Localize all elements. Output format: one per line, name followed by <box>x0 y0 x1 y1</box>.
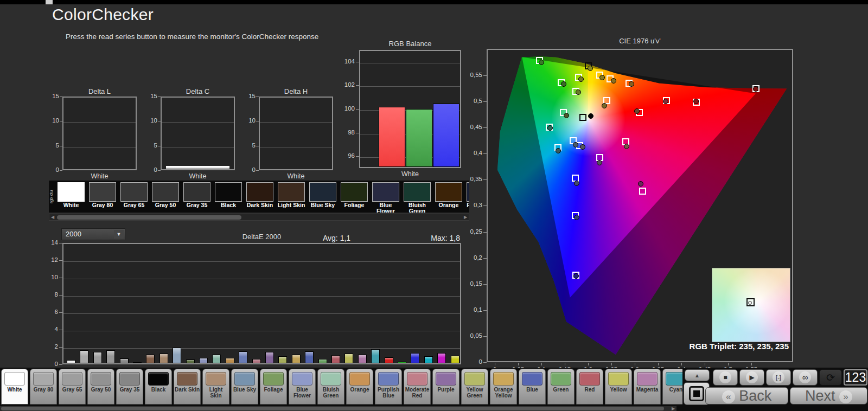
patch-swatch[interactable] <box>215 182 242 202</box>
pattern-tab-label: Magenta <box>634 387 660 393</box>
colorchecker-page: ColorChecker Press the read series butto… <box>0 0 868 411</box>
deltae-bar <box>199 358 208 363</box>
tick-mark <box>256 170 259 171</box>
patch-swatch[interactable] <box>278 182 305 202</box>
deltae-bar <box>226 358 234 363</box>
y-tick-label: 2 <box>40 343 58 350</box>
next-button[interactable]: Next » <box>790 387 867 404</box>
pattern-tab-swatch <box>464 372 485 386</box>
mini-chart-plot <box>161 97 235 170</box>
mini-chart-title: Delta L <box>57 87 142 95</box>
tick-mark <box>751 363 752 365</box>
patch-swatch[interactable] <box>152 182 179 202</box>
page-title: ColorChecker <box>52 5 154 24</box>
scroll-left-icon[interactable]: ◀ <box>49 214 56 221</box>
pattern-tab[interactable]: Yellow Green <box>461 369 488 404</box>
pattern-tab[interactable]: Orange Yellow <box>490 369 517 404</box>
pattern-tab[interactable]: Blue <box>519 369 546 404</box>
pattern-tab[interactable]: Light Skin <box>202 369 229 404</box>
pattern-tab[interactable]: Gray 35 <box>116 369 143 404</box>
patch-strip-scrollbar[interactable]: ◀▶ <box>49 214 469 221</box>
pattern-tab[interactable]: Red <box>576 369 603 404</box>
pattern-tab-swatch <box>62 372 82 386</box>
y-tick-label: 8 <box>40 291 58 298</box>
patch-swatch[interactable] <box>341 182 368 202</box>
pattern-tab[interactable]: Foliage <box>260 369 287 404</box>
pattern-tab[interactable]: Gray 65 <box>59 369 86 404</box>
tick-mark <box>60 170 62 171</box>
tick-mark <box>59 243 62 243</box>
pattern-tab[interactable]: Purplish Blue <box>375 369 402 404</box>
patch-swatch[interactable] <box>467 182 469 202</box>
pattern-tab-swatch <box>177 372 197 386</box>
patch-swatch-label: Gray 65 <box>119 202 149 208</box>
y-tick-label: 0 <box>237 166 256 173</box>
y-tick-label: 5 <box>139 142 157 149</box>
tick-mark <box>256 97 259 97</box>
y-tick-label: 96 <box>336 152 355 159</box>
deltae-bar <box>292 355 301 363</box>
pattern-tab[interactable]: Blue Sky <box>231 369 258 404</box>
stop-button[interactable]: ■ <box>713 369 738 386</box>
y-tick-label: 0,45 <box>461 124 482 130</box>
patch-swatch[interactable] <box>309 182 336 202</box>
patch-swatch[interactable] <box>89 182 116 202</box>
y-tick-label: 12 <box>40 256 58 263</box>
deltae-bar <box>159 354 168 363</box>
patch-swatch[interactable] <box>183 182 210 202</box>
pattern-tabs-scrollbar[interactable]: ▶ <box>0 406 676 411</box>
patch-swatch[interactable] <box>246 182 273 202</box>
patch-swatch[interactable] <box>372 182 399 202</box>
patch-swatch-label: Gray 50 <box>150 202 181 208</box>
pattern-tab[interactable]: Green <box>547 369 575 404</box>
tick-mark <box>483 362 487 363</box>
patch-swatch-label: Foliage <box>339 202 369 208</box>
cie-title: CIE 1976 u'v' <box>487 37 793 45</box>
scroll-right-icon[interactable]: ▶ <box>670 406 676 411</box>
pattern-tab[interactable]: Cyan <box>662 369 682 404</box>
pattern-tab[interactable]: Yellow <box>605 369 632 404</box>
pattern-tab[interactable]: Bluish Green <box>317 369 344 404</box>
pattern-tab-label: Blue Sky <box>232 387 258 393</box>
step-measure-icon: [-] <box>773 371 784 383</box>
tick-mark <box>483 206 487 206</box>
pattern-tab[interactable]: Gray 50 <box>87 369 114 404</box>
scroll-right-icon[interactable]: ▶ <box>462 214 469 221</box>
play-button[interactable]: ▶ <box>739 369 764 386</box>
pattern-tab[interactable]: White <box>1 369 28 404</box>
deltae-max: Max: 1,8 <box>380 234 460 242</box>
pattern-tab[interactable]: Magenta <box>634 369 661 404</box>
scrollbar-thumb[interactable] <box>1 407 664 410</box>
pattern-tab[interactable]: Gray 80 <box>30 369 57 404</box>
tick-mark <box>60 121 62 121</box>
y-tick-label: 0,25 <box>461 228 482 235</box>
pattern-tab[interactable]: Purple <box>432 369 459 404</box>
y-tick-label: 10 <box>41 117 59 124</box>
deltae-bar <box>411 353 419 363</box>
tick-mark <box>59 295 62 296</box>
pattern-tab-swatch <box>234 372 255 386</box>
scrollbar-thumb[interactable] <box>57 215 241 220</box>
y-tick-label: 4 <box>40 326 58 332</box>
patch-swatch[interactable] <box>404 182 431 202</box>
patch-swatch[interactable] <box>120 182 148 202</box>
patch-swatch[interactable] <box>435 182 462 202</box>
pattern-tab[interactable]: Orange <box>346 369 373 404</box>
pattern-tab[interactable]: Black <box>145 369 172 404</box>
patch-swatch[interactable] <box>58 182 85 202</box>
refresh-button[interactable]: ⟳ <box>819 369 842 386</box>
collapse-toolbar-button[interactable]: ▲ <box>685 369 710 381</box>
pattern-tab-swatch <box>579 372 600 386</box>
pattern-tab[interactable]: Blue Flower <box>289 369 316 404</box>
back-button[interactable]: « Back <box>705 387 788 404</box>
y-tick-label: 0,1 <box>461 306 482 313</box>
measure-counter[interactable]: 123 <box>844 369 867 386</box>
pattern-tab[interactable]: Dark Skin <box>174 369 201 404</box>
tick-mark <box>483 232 487 233</box>
step-measure-button[interactable]: [-] <box>766 369 791 386</box>
continuous-measure-button[interactable]: ∞ <box>793 369 818 386</box>
patch-swatch-label: White <box>56 202 86 208</box>
mini-chart-plot <box>259 97 333 170</box>
pattern-tab[interactable]: Moderate Red <box>404 369 431 404</box>
cie-measured-dot <box>624 144 629 149</box>
